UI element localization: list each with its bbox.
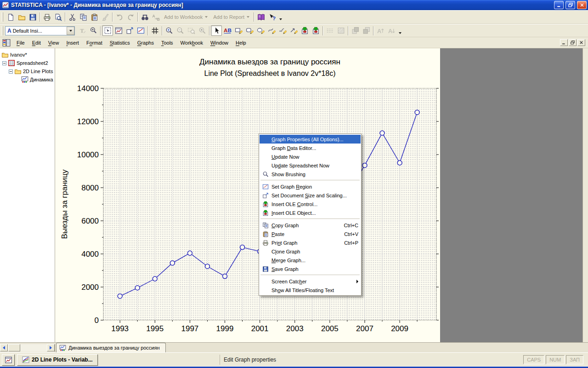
print-preview-button[interactable] xyxy=(52,12,63,23)
graph-tools-toolbar: ADefault Insi... xyxy=(0,24,588,37)
menu-statistics[interactable]: Statistics xyxy=(106,38,134,47)
data-point-1997[interactable] xyxy=(187,251,192,255)
copy-button[interactable] xyxy=(78,12,89,23)
draw-rounded-rectangle-button[interactable] xyxy=(244,25,255,36)
select-graph-region-button[interactable] xyxy=(102,25,113,36)
analysis-module-button[interactable]: 2D Line Plots - Variab... xyxy=(17,354,98,366)
menu-item-show-brushing[interactable]: Show Brushing xyxy=(260,170,361,178)
tree-item-2d-line-plots[interactable]: 2D Line Plots xyxy=(0,67,55,75)
menu-item-insert-ole-object[interactable]: Insert OLE Object... xyxy=(260,208,361,217)
context-help-button[interactable] xyxy=(266,12,277,23)
menu-item-screen-catcher[interactable]: Screen Catcher xyxy=(260,277,361,286)
insert-ole-object-button[interactable] xyxy=(310,25,321,36)
style-selector-combo[interactable]: ADefault Insi... xyxy=(5,26,75,35)
minimize-button[interactable] xyxy=(554,1,564,9)
menu-edit[interactable]: Edit xyxy=(28,38,45,47)
pointer-tool-button[interactable] xyxy=(211,25,222,36)
menu-view[interactable]: View xyxy=(45,38,63,47)
menu-file[interactable]: File xyxy=(13,38,28,47)
tree-item-ivanov[interactable]: Ivanov* xyxy=(0,51,55,59)
paste-button[interactable] xyxy=(89,12,100,23)
menu-tools[interactable]: Tools xyxy=(158,38,177,47)
tree-collapse-icon[interactable] xyxy=(2,61,6,65)
graph-window-button[interactable] xyxy=(113,25,124,36)
tree-item-item[interactable]: Динамика выездов за границу россиян xyxy=(0,75,55,84)
menu-item-graph-properties-all-options[interactable]: Graph Properties (All Options)... xyxy=(260,135,361,144)
glossary-button[interactable] xyxy=(255,12,266,23)
toolbar-overflow-button[interactable] xyxy=(397,26,403,36)
menu-format[interactable]: Format xyxy=(83,38,106,47)
data-point-2008[interactable] xyxy=(380,131,384,135)
draw-ellipse-button[interactable] xyxy=(255,25,266,36)
insert-ole-control-button[interactable] xyxy=(299,25,310,36)
print-button[interactable] xyxy=(41,12,52,23)
menu-item-clone-graph[interactable]: Clone Graph xyxy=(260,247,361,256)
menu-item-copy-graph[interactable]: Copy GraphCtrl+C xyxy=(260,221,361,230)
menu-item-insert-ole-control[interactable]: Insert OLE Control... xyxy=(260,200,361,208)
tree-collapse-icon[interactable] xyxy=(9,69,13,74)
mdi-restore-icon xyxy=(570,40,575,45)
scrollbar-thumb[interactable] xyxy=(8,344,20,351)
new-button[interactable] xyxy=(5,12,16,23)
graph-document[interactable]: Динамика выездов за границу россиян Line… xyxy=(55,48,440,342)
scroll-right-button[interactable] xyxy=(47,344,55,351)
menu-item-update-spreadsheet-now[interactable]: Update Spreadsheet Now xyxy=(260,161,361,170)
title-bar[interactable]: STATISTICA - [Ivanov* - Динамика выездов… xyxy=(0,0,588,10)
tree-horizontal-scrollbar[interactable] xyxy=(0,344,55,352)
scroll-left-button[interactable] xyxy=(0,344,8,351)
draw-freehand-button[interactable] xyxy=(277,25,288,36)
data-point-2000[interactable] xyxy=(240,245,245,250)
workbook-tree-panel[interactable]: Ivanov*Spreadsheet22D Line PlotsДинамика… xyxy=(0,48,55,342)
document-size-scaling-button[interactable] xyxy=(124,25,135,36)
menu-item-print-graph[interactable]: Print GraphCtrl+P xyxy=(260,238,361,247)
menu-item-paste[interactable]: PasteCtrl+V xyxy=(260,230,361,238)
draw-polyline-button[interactable] xyxy=(266,25,277,36)
menu-item-save-graph[interactable]: Save Graph xyxy=(260,264,361,273)
restore-button[interactable] xyxy=(565,1,575,9)
menu-item-show-all-titles-floating-text[interactable]: Show All Titles/Floating Text xyxy=(260,286,361,294)
menu-item-graph-data-editor[interactable]: Graph Data Editor... xyxy=(260,144,361,152)
text-tool-button[interactable] xyxy=(222,25,233,36)
menu-item-set-document-size-and-scaling[interactable]: Set Document Size and Scaling... xyxy=(260,191,361,200)
data-point-1995[interactable] xyxy=(153,276,157,281)
data-point-2007[interactable] xyxy=(362,163,367,167)
zoom-in-button[interactable] xyxy=(164,25,175,36)
data-point-1998[interactable] xyxy=(205,264,209,269)
find-button[interactable] xyxy=(139,12,150,23)
data-point-2010[interactable] xyxy=(415,110,419,115)
data-point-2009[interactable] xyxy=(397,161,402,165)
menu-item-merge-graph[interactable]: Merge Graph... xyxy=(260,256,361,264)
style-selector-dropdown-button[interactable] xyxy=(67,27,74,35)
menu-item-update-now[interactable]: Update Now xyxy=(260,152,361,161)
data-point-1993[interactable] xyxy=(118,294,122,299)
menu-help[interactable]: Help xyxy=(232,38,250,47)
data-point-1999[interactable] xyxy=(223,274,227,279)
draw-arrow-button[interactable] xyxy=(288,25,299,36)
close-button[interactable] xyxy=(577,1,587,9)
mdi-restore-button[interactable] xyxy=(569,39,577,46)
line-chart[interactable]: 0200040006000800010000120001400019931995… xyxy=(55,48,440,342)
data-point-1994[interactable] xyxy=(135,286,140,290)
menu-window[interactable]: Window xyxy=(207,38,232,47)
tab-graph-document[interactable]: Динамика выездов за границу россиян xyxy=(56,343,166,352)
close-icon xyxy=(579,2,585,8)
open-button[interactable] xyxy=(16,12,27,23)
grid-options-button[interactable] xyxy=(149,25,160,36)
mdi-close-button[interactable] xyxy=(577,39,585,46)
menu-workbook[interactable]: Workbook xyxy=(177,38,207,47)
menu-item-set-graph-region[interactable]: Set Graph Region xyxy=(260,182,361,191)
toolbar-overflow-button[interactable] xyxy=(277,12,284,22)
zoom-tool-button[interactable] xyxy=(88,25,99,36)
tree-item-spreadsheet2[interactable]: Spreadsheet2 xyxy=(0,59,55,67)
mdi-minimize-button[interactable] xyxy=(560,39,568,46)
toolbar-grip[interactable] xyxy=(2,26,3,35)
cut-button[interactable] xyxy=(67,12,78,23)
save-button[interactable] xyxy=(27,12,38,23)
toolbar-grip[interactable] xyxy=(2,12,3,22)
menu-insert[interactable]: Insert xyxy=(62,38,83,47)
analysis-module-icon-button[interactable] xyxy=(2,354,15,366)
draw-rectangle-button[interactable] xyxy=(233,25,244,36)
set-graph-region-button[interactable] xyxy=(135,25,146,36)
data-point-1996[interactable] xyxy=(170,261,175,265)
menu-graphs[interactable]: Graphs xyxy=(134,38,158,47)
